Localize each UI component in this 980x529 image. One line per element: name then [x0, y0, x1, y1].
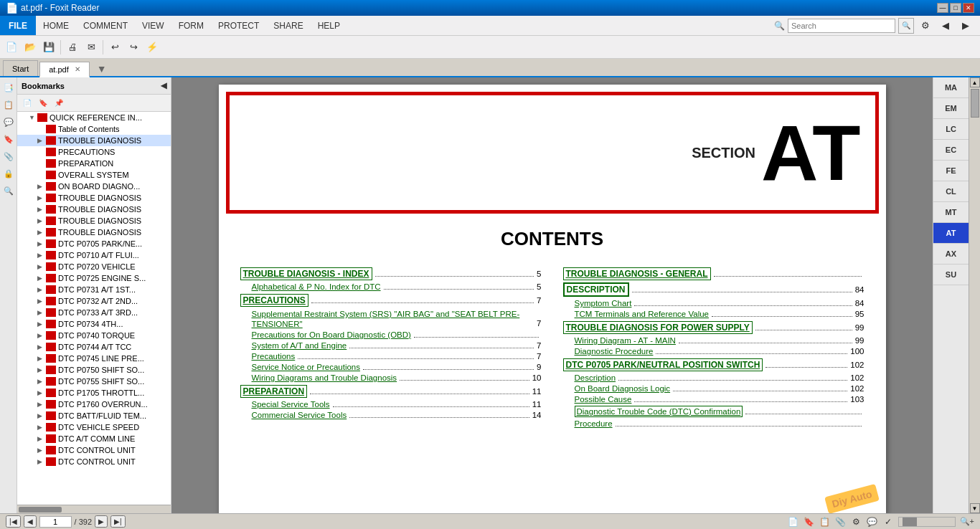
toc-link-r2b[interactable]: TCM Terminals and Reference Value [575, 310, 710, 318]
close-button[interactable]: ✕ [963, 3, 974, 13]
bookmark-item-26[interactable]: ▶ DTC BATT/FLUID TEM... [17, 410, 171, 421]
bookmark-item-22[interactable]: ▶ DTC P0750 SHIFT SO... [17, 364, 171, 376]
menu-help[interactable]: HELP [311, 18, 347, 34]
pdf-area[interactable]: SECTION AT CONTENTS TROUBLE DIAGNOSIS - … [171, 77, 933, 513]
right-nav-em[interactable]: EM [933, 98, 969, 119]
toc-link-2b[interactable]: Precautions for On Board Diagnostic (OBD… [252, 330, 411, 339]
save-button[interactable]: 💾 [40, 39, 57, 56]
bookmark-item-15[interactable]: ▶ DTC P0731 A/T 1ST... [17, 284, 171, 295]
toc-link-3[interactable]: PREPARATION [240, 385, 308, 398]
bookmark-item-6[interactable]: ▶ ON BOARD DIAGNO... [17, 181, 171, 192]
last-page-button[interactable]: ▶| [110, 515, 126, 528]
bookmark-item-0[interactable]: ▼ QUICK REFERENCE IN... [17, 112, 171, 123]
bookmark-item-18[interactable]: ▶ DTC P0734 4TH... [17, 318, 171, 330]
status-icon-5[interactable]: ⚙ [851, 516, 862, 528]
panel-icon-5[interactable]: 📎 [1, 149, 16, 163]
new-button[interactable]: 📄 [3, 39, 20, 56]
toc-link-r3a[interactable]: Wiring Diagram - AT - MAIN [575, 336, 676, 345]
menu-form[interactable]: FORM [171, 18, 211, 34]
toc-link-1a[interactable]: Alphabetical & P No. Index for DTC [252, 282, 381, 291]
bookmark-item-4[interactable]: PREPARATION [17, 158, 171, 169]
title-bar-controls[interactable]: — □ ✕ [937, 3, 974, 13]
tab-close-icon[interactable]: ✕ [75, 65, 80, 73]
prev-page-button[interactable]: ◀ [24, 515, 37, 528]
panel-icon-1[interactable]: 📑 [1, 80, 16, 95]
panel-icon-6[interactable]: 🔒 [1, 166, 16, 181]
sidebar-tool-1[interactable]: 📄 [20, 97, 34, 110]
right-nav-su[interactable]: SU [933, 264, 969, 285]
vertical-scrollbar[interactable]: ▲ ▼ [969, 77, 980, 513]
page-number-input[interactable] [39, 516, 72, 528]
nav-back-button[interactable]: ◀ [937, 17, 954, 34]
status-icon-3[interactable]: 📋 [819, 516, 831, 528]
search-input[interactable] [788, 19, 895, 33]
toc-link-r2[interactable]: DESCRIPTION [563, 282, 629, 297]
bookmark-item-24[interactable]: ▶ DTC P1705 THROTTL... [17, 387, 171, 399]
menu-view[interactable]: VIEW [135, 18, 171, 34]
toc-link-r4[interactable]: DTC P0705 PARK/NEUTRAL POSITION SWITCH [563, 358, 763, 371]
menu-home[interactable]: HOME [36, 18, 76, 34]
bookmark-item-7[interactable]: ▶ TROUBLE DIAGNOSIS [17, 192, 171, 204]
right-nav-mt[interactable]: MT [933, 202, 969, 223]
bookmark-item-9[interactable]: ▶ TROUBLE DIAGNOSIS [17, 215, 171, 227]
toc-link-2[interactable]: PRECAUTIONS [240, 294, 308, 307]
menu-protect[interactable]: PROTECT [211, 18, 266, 34]
status-icon-4[interactable]: 📎 [835, 516, 847, 528]
bookmark-item-8[interactable]: ▶ TROUBLE DIAGNOSIS [17, 204, 171, 215]
bookmark-item-28[interactable]: ▶ DTC A/T COMM LINE [17, 433, 171, 444]
scroll-up-button[interactable]: ▲ [970, 77, 980, 87]
search-submit-button[interactable]: 🔍 [898, 18, 914, 34]
panel-icon-2[interactable]: 📋 [1, 97, 16, 112]
scroll-down-button[interactable]: ▼ [970, 503, 980, 513]
right-nav-fe[interactable]: FE [933, 161, 969, 181]
panel-icon-4[interactable]: 🔖 [1, 132, 16, 146]
menu-file[interactable]: FILE [0, 16, 36, 35]
bookmark-item-16[interactable]: ▶ DTC P0732 A/T 2ND... [17, 295, 171, 307]
status-icon-7[interactable]: ✓ [882, 516, 894, 528]
toc-link-2a[interactable]: Supplemental Restraint System (SRS) "AIR… [252, 310, 520, 328]
panel-icon-3[interactable]: 💬 [1, 115, 16, 129]
toc-link-1[interactable]: TROUBLE DIAGNOSIS - INDEX [240, 267, 372, 280]
right-nav-cl[interactable]: CL [933, 181, 969, 202]
tab-pdf[interactable]: at.pdf ✕ [39, 62, 90, 77]
toc-link-r2a[interactable]: Symptom Chart [575, 299, 632, 308]
bookmark-item-12[interactable]: ▶ DTC P0710 A/T FLUI... [17, 249, 171, 261]
toc-link-2c[interactable]: System of A/T and Engine [252, 341, 347, 350]
sidebar-tool-2[interactable]: 🔖 [36, 97, 50, 110]
tab-start[interactable]: Start [3, 60, 38, 76]
undo-button[interactable]: ↩ [106, 39, 123, 56]
bookmark-item-19[interactable]: ▶ DTC P0740 TORQUE [17, 330, 171, 341]
toc-link-r4a[interactable]: Description [575, 373, 616, 382]
toc-link-r4d[interactable]: Diagnostic Trouble Code (DTC) Confirmati… [575, 406, 743, 417]
scroll-thumb[interactable] [971, 89, 979, 118]
bookmark-item-3[interactable]: PRECAUTIONS [17, 146, 171, 158]
action-button[interactable]: ⚡ [143, 39, 161, 56]
bookmark-item-5[interactable]: OVERALL SYSTEM [17, 169, 171, 181]
bookmark-item-1[interactable]: Table of Contents [17, 123, 171, 135]
nav-forward-button[interactable]: ▶ [957, 17, 974, 34]
toc-link-3b[interactable]: Commercial Service Tools [252, 411, 347, 419]
scrollbar-thumb-h[interactable] [19, 507, 62, 513]
right-nav-ec[interactable]: EC [933, 140, 969, 161]
right-nav-ax[interactable]: AX [933, 244, 969, 264]
email-button[interactable]: ✉ [83, 39, 100, 56]
open-button[interactable]: 📂 [22, 39, 39, 56]
right-nav-ma[interactable]: MA [933, 77, 969, 98]
redo-button[interactable]: ↪ [125, 39, 142, 56]
right-nav-at[interactable]: AT [933, 223, 969, 244]
right-nav-lc[interactable]: LC [933, 119, 969, 140]
bookmark-item-29[interactable]: ▶ DTC CONTROL UNIT [17, 444, 171, 456]
bookmark-item-10[interactable]: ▶ TROUBLE DIAGNOSIS [17, 227, 171, 238]
bookmark-item-27[interactable]: ▶ DTC VEHICLE SPEED [17, 421, 171, 433]
new-tab-button[interactable]: ▼ [91, 62, 113, 76]
toc-link-r3[interactable]: TROUBLE DIAGNOSIS FOR POWER SUPPLY [563, 321, 753, 334]
bookmark-item-21[interactable]: ▶ DTC P0745 LINE PRE... [17, 353, 171, 364]
panel-icon-7[interactable]: 🔍 [1, 184, 16, 198]
bookmark-item-13[interactable]: ▶ DTC P0720 VEHICLE [17, 261, 171, 272]
toc-link-3a[interactable]: Special Service Tools [252, 400, 330, 409]
bookmark-item-30[interactable]: ▶ DTC CONTROL UNIT [17, 456, 171, 467]
toc-link-2f[interactable]: Wiring Diagrams and Trouble Diagnosis [252, 373, 397, 382]
sidebar-tool-3[interactable]: 📌 [52, 97, 66, 110]
sidebar-collapse-button[interactable]: ◀ [161, 81, 166, 90]
toc-link-r4c[interactable]: Possible Cause [575, 395, 632, 404]
